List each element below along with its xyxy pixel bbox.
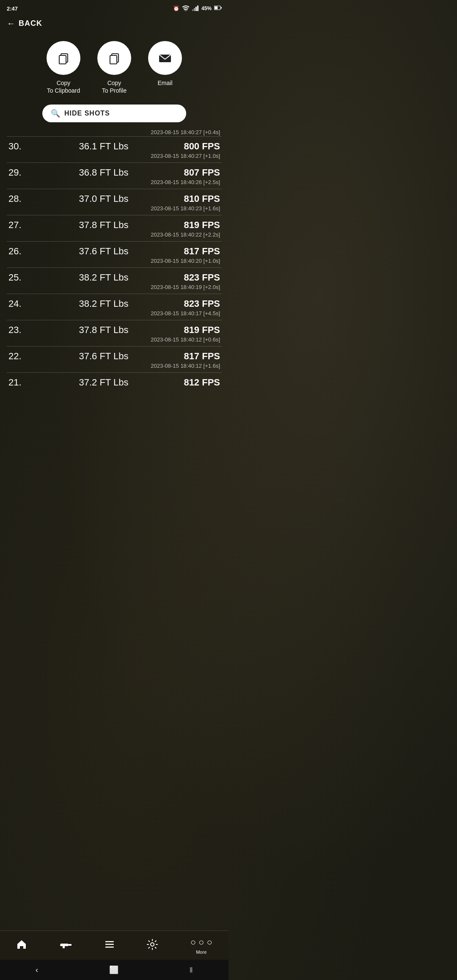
- search-bar-container: 🔍 HIDE SHOTS: [0, 105, 228, 129]
- shot-measurement: 38.2 FT Lbs: [30, 272, 178, 283]
- shot-measurement: 37.8 FT Lbs: [30, 220, 178, 231]
- shot-fps: 810 FPS: [178, 193, 220, 204]
- shot-timestamp: 2023-08-15 18:40:27 [+1.0s]: [7, 153, 222, 161]
- back-label: BACK: [19, 19, 42, 28]
- shot-number: 30.: [8, 141, 30, 152]
- shot-number: 23.: [8, 325, 30, 336]
- shot-measurement: 37.6 FT Lbs: [30, 246, 178, 257]
- copy-clipboard-icon-circle: [47, 41, 80, 75]
- svg-rect-1: [192, 9, 193, 11]
- battery-icon: [214, 6, 222, 11]
- shot-measurement: 36.1 FT Lbs: [30, 141, 178, 152]
- svg-point-0: [185, 10, 186, 11]
- hide-shots-button[interactable]: 🔍 HIDE SHOTS: [42, 105, 186, 122]
- battery-text: 45%: [201, 6, 212, 11]
- shot-measurement: 37.6 FT Lbs: [30, 351, 178, 362]
- shot-row: 26.37.6 FT Lbs817 FPS2023-08-15 18:40:20…: [7, 241, 222, 267]
- email-button[interactable]: Email: [148, 41, 182, 87]
- shot-measurement: 36.8 FT Lbs: [30, 167, 178, 178]
- copy-profile-label: CopyTo Profile: [102, 79, 127, 94]
- hide-shots-label: HIDE SHOTS: [64, 110, 110, 117]
- shot-fps: 800 FPS: [178, 141, 220, 152]
- copy-clipboard-label: CopyTo Clipboard: [47, 79, 80, 94]
- shot-fps: 812 FPS: [178, 377, 220, 388]
- shot-timestamp: 2023-08-15 18:40:23 [+1.6s]: [7, 205, 222, 213]
- search-icon: 🔍: [51, 109, 60, 118]
- wifi-icon: [182, 5, 190, 12]
- svg-rect-2: [194, 8, 195, 11]
- shot-measurement: 37.8 FT Lbs: [30, 325, 178, 336]
- shot-number: 22.: [8, 351, 30, 362]
- shot-number: 24.: [8, 298, 30, 309]
- email-icon-circle: [148, 41, 182, 75]
- shot-row: 27.37.8 FT Lbs819 FPS2023-08-15 18:40:22…: [7, 215, 222, 241]
- shot-timestamp: 2023-08-15 18:40:12 [+0.6s]: [7, 336, 222, 344]
- header-timestamp: 2023-08-15 18:40:27 [+0.4s]: [7, 129, 222, 136]
- shot-row: 30.36.1 FT Lbs800 FPS2023-08-15 18:40:27…: [7, 136, 222, 162]
- shot-measurement: 37.0 FT Lbs: [30, 193, 178, 204]
- shot-number: 25.: [8, 272, 30, 283]
- shots-list: 2023-08-15 18:40:27 [+0.4s] 30.36.1 FT L…: [0, 129, 228, 391]
- status-bar: 2:47 ⏰ 45%: [0, 0, 228, 15]
- svg-rect-13: [110, 56, 116, 63]
- shot-row: 29.36.8 FT Lbs807 FPS2023-08-15 18:40:26…: [7, 162, 222, 189]
- alarm-icon: ⏰: [173, 6, 179, 11]
- shot-timestamp: 2023-08-15 18:40:22 [+2.2s]: [7, 231, 222, 239]
- svg-rect-3: [195, 7, 197, 11]
- status-time: 2:47: [7, 6, 18, 12]
- shot-fps: 819 FPS: [178, 325, 220, 336]
- svg-rect-7: [215, 6, 217, 9]
- copy-profile-icon-circle: [97, 41, 131, 75]
- shot-number: 27.: [8, 220, 30, 231]
- signal-icon: [192, 5, 199, 12]
- shot-timestamp: 2023-08-15 18:40:12 [+1.6s]: [7, 363, 222, 371]
- copy-profile-button[interactable]: CopyTo Profile: [97, 41, 131, 94]
- shot-fps: 823 FPS: [178, 298, 220, 309]
- svg-rect-4: [197, 6, 198, 11]
- back-bar[interactable]: ← BACK: [0, 15, 228, 33]
- shot-number: 28.: [8, 193, 30, 204]
- shot-measurement: 38.2 FT Lbs: [30, 298, 178, 309]
- shot-fps: 819 FPS: [178, 220, 220, 231]
- shot-row: 25.38.2 FT Lbs823 FPS2023-08-15 18:40:19…: [7, 267, 222, 294]
- shot-row: 23.37.8 FT Lbs819 FPS2023-08-15 18:40:12…: [7, 320, 222, 346]
- shot-fps: 823 FPS: [178, 272, 220, 283]
- shot-row: 28.37.0 FT Lbs810 FPS2023-08-15 18:40:23…: [7, 189, 222, 215]
- shot-number: 26.: [8, 246, 30, 257]
- action-row: CopyTo Clipboard CopyTo Profile Email: [0, 33, 228, 105]
- status-icons: ⏰ 45%: [173, 5, 222, 12]
- shot-row: 21.37.2 FT Lbs812 FPS: [7, 372, 222, 391]
- shot-timestamp: 2023-08-15 18:40:26 [+2.5s]: [7, 179, 222, 187]
- shot-timestamp: 2023-08-15 18:40:20 [+1.0s]: [7, 258, 222, 266]
- svg-rect-10: [60, 56, 66, 63]
- shot-fps: 817 FPS: [178, 351, 220, 362]
- svg-rect-6: [221, 7, 222, 9]
- shot-fps: 817 FPS: [178, 246, 220, 257]
- shot-number: 29.: [8, 167, 30, 178]
- shot-number: 21.: [8, 377, 30, 388]
- shot-timestamp: 2023-08-15 18:40:17 [+4.5s]: [7, 310, 222, 318]
- copy-clipboard-button[interactable]: CopyTo Clipboard: [47, 41, 80, 94]
- back-arrow-icon: ←: [7, 19, 15, 28]
- email-label: Email: [157, 79, 172, 87]
- shot-row: 24.38.2 FT Lbs823 FPS2023-08-15 18:40:17…: [7, 294, 222, 320]
- shot-timestamp: 2023-08-15 18:40:19 [+2.0s]: [7, 284, 222, 292]
- shot-measurement: 37.2 FT Lbs: [30, 377, 178, 388]
- shot-row: 22.37.6 FT Lbs817 FPS2023-08-15 18:40:12…: [7, 346, 222, 372]
- shot-fps: 807 FPS: [178, 167, 220, 178]
